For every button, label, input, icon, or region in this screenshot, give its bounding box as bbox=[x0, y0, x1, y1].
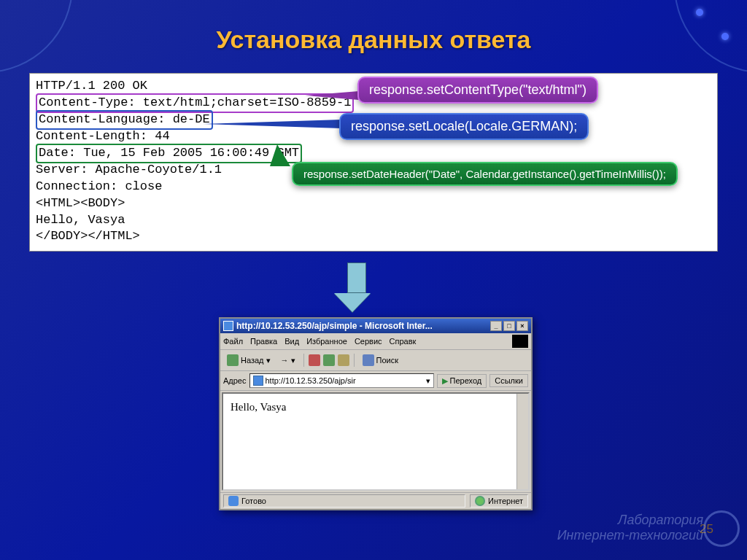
highlight-content-language: Content-Language: de-DE bbox=[36, 110, 213, 130]
highlight-date-header: Date: Tue, 15 Feb 2005 16:00:49 GMT bbox=[36, 144, 302, 163]
forward-button[interactable]: → ▾ bbox=[277, 354, 299, 368]
minimize-button[interactable]: _ bbox=[490, 321, 502, 331]
search-button[interactable]: Поиск bbox=[359, 352, 402, 368]
home-icon[interactable] bbox=[338, 354, 349, 366]
back-label: Назад bbox=[241, 356, 264, 365]
code-line: <HTML><BODY> bbox=[36, 195, 711, 212]
lab-logo-icon bbox=[703, 510, 740, 547]
arrow-down-icon bbox=[343, 262, 371, 312]
menu-edit[interactable]: Правка bbox=[250, 337, 277, 346]
separator bbox=[303, 354, 304, 367]
ie-throbber-icon bbox=[512, 335, 528, 348]
decor-dot bbox=[696, 9, 703, 16]
menu-tools[interactable]: Сервис bbox=[355, 337, 382, 346]
separator bbox=[354, 354, 355, 367]
stop-icon[interactable] bbox=[309, 354, 320, 366]
browser-menubar: Файл Правка Вид Избранное Сервис Справк bbox=[220, 333, 531, 350]
callout-setcontenttype: response.setContentType("text/html") bbox=[357, 77, 598, 104]
callout-pointer bbox=[270, 144, 290, 166]
address-bar: Адрес http://10.12.53.250/ajp/sir ▾ ▶ Пе… bbox=[220, 371, 531, 391]
menu-help[interactable]: Справк bbox=[390, 337, 417, 346]
refresh-icon[interactable] bbox=[323, 354, 335, 366]
status-text: Готово bbox=[241, 497, 266, 505]
callout-pointer bbox=[305, 91, 359, 100]
ie-icon bbox=[223, 321, 233, 331]
menu-file[interactable]: Файл bbox=[223, 337, 243, 346]
address-input[interactable]: http://10.12.53.250/ajp/sir ▾ bbox=[249, 373, 434, 388]
browser-titlebar: http://10.12.53.250/ajp/simple - Microso… bbox=[220, 319, 531, 333]
window-title: http://10.12.53.250/ajp/simple - Microso… bbox=[236, 321, 490, 331]
browser-viewport: Hello, Vasya bbox=[222, 392, 530, 491]
callout-setlocale: response.setLocale(Locale.GERMAN); bbox=[339, 113, 589, 140]
callout-setdateheader: response.setDateHeader("Date", Calendar.… bbox=[292, 162, 678, 186]
page-icon bbox=[253, 376, 263, 386]
address-label: Адрес bbox=[223, 376, 247, 385]
callout-pointer bbox=[203, 120, 341, 128]
search-label: Поиск bbox=[376, 356, 398, 365]
menu-view[interactable]: Вид bbox=[285, 337, 299, 346]
maximize-button[interactable]: □ bbox=[503, 321, 515, 331]
page-body-text: Hello, Vasya bbox=[231, 401, 286, 413]
go-button[interactable]: ▶ Переход bbox=[437, 374, 487, 388]
slide-title: Установка данных ответа bbox=[0, 26, 747, 54]
footer-branding: ЛабораторияИнтернет-технологий bbox=[557, 513, 703, 544]
go-label: Переход bbox=[450, 376, 482, 385]
close-button[interactable]: × bbox=[516, 321, 528, 331]
menu-favorites[interactable]: Избранное bbox=[306, 337, 347, 346]
search-icon bbox=[363, 354, 374, 366]
code-line: </BODY></HTML> bbox=[36, 228, 711, 245]
document-icon bbox=[228, 496, 239, 506]
zone-text: Интернет bbox=[488, 497, 523, 505]
browser-statusbar: Готово Интернет bbox=[220, 492, 531, 509]
links-button[interactable]: Ссылки bbox=[489, 374, 528, 387]
scrollbar[interactable] bbox=[516, 394, 528, 489]
browser-toolbar: Назад ▾ → ▾ Поиск bbox=[220, 350, 531, 371]
browser-window: http://10.12.53.250/ajp/simple - Microso… bbox=[219, 317, 533, 510]
globe-icon bbox=[475, 496, 485, 506]
url-text: http://10.12.53.250/ajp/sir bbox=[266, 376, 356, 385]
code-line: Hello, Vasya bbox=[36, 212, 711, 229]
back-button[interactable]: Назад ▾ bbox=[223, 352, 274, 368]
back-icon bbox=[227, 354, 239, 366]
